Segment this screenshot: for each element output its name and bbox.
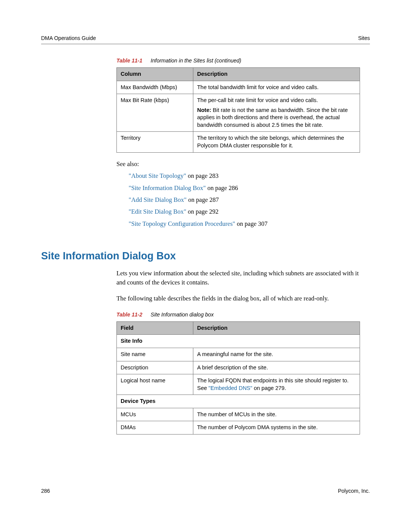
table-row: Logical host name The logical FQDN that …	[117, 374, 360, 395]
page-header: DMA Operations Guide Sites	[41, 35, 370, 45]
cell-column: Territory	[117, 132, 193, 152]
cell-field: Logical host name	[117, 374, 193, 395]
header-right: Sites	[358, 35, 370, 41]
site-info-dialog-table: Field Description Site Info Site name A …	[116, 321, 360, 435]
cell-description: The logical FQDN that endpoints in this …	[193, 374, 360, 395]
cell-field: Description	[117, 361, 193, 374]
see-also-intro: See also:	[116, 160, 360, 169]
header-left: DMA Operations Guide	[41, 35, 96, 41]
table-row: MCUs The number of MCUs in the site.	[117, 408, 360, 421]
see-also-list: "About Site Topology" on page 283 "Site …	[129, 170, 360, 230]
cell-line: The per-call bit rate limit for voice an…	[197, 97, 356, 104]
table-row: Max Bit Rate (kbps) The per-call bit rat…	[117, 94, 360, 132]
xref-suffix: on page 307	[235, 220, 268, 227]
cell-description: The total bandwidth limit for voice and …	[193, 81, 360, 94]
see-also-item: "About Site Topology" on page 283	[129, 170, 360, 182]
cell-description: The number of MCUs in the site.	[193, 408, 360, 421]
cell-column: Max Bandwidth (Mbps)	[117, 81, 193, 94]
table-row: Site name A meaningful name for the site…	[117, 348, 360, 361]
section-cell: Device Types	[117, 395, 360, 408]
table-header-description: Description	[193, 68, 360, 81]
cell-description: A brief description of the site.	[193, 361, 360, 374]
page-footer: 286 Polycom, Inc.	[41, 488, 370, 494]
company-name: Polycom, Inc.	[338, 488, 370, 494]
table-row: Description A brief description of the s…	[117, 361, 360, 374]
xref-suffix: on page 286	[206, 184, 238, 192]
cell-field: MCUs	[117, 408, 193, 421]
table-row: DMAs The number of Polycom DMA systems i…	[117, 421, 360, 435]
table-row: Max Bandwidth (Mbps) The total bandwidth…	[117, 81, 360, 94]
note-text: Bit rate is not the same as bandwidth. S…	[197, 107, 348, 128]
xref-link[interactable]: "Site Topology Configuration Procedures"	[129, 220, 235, 227]
table-11-2-caption: Table 11-2 Site Information dialog box	[116, 312, 370, 318]
table-section-row: Site Info	[117, 335, 360, 348]
table-number: Table 11-2	[116, 312, 142, 318]
cell-column: Max Bit Rate (kbps)	[117, 94, 193, 132]
table-title: Site Information dialog box	[151, 312, 214, 318]
see-also-item: "Site Topology Configuration Procedures"…	[129, 218, 360, 230]
xref-link[interactable]: "Site Information Dialog Box"	[129, 184, 206, 192]
xref-suffix: on page 283	[186, 172, 218, 179]
table-header-field: Field	[117, 321, 193, 335]
xref-link[interactable]: "Edit Site Dialog Box"	[129, 208, 186, 215]
cell-description: The number of Polycom DMA systems in the…	[193, 421, 360, 435]
cell-description: The per-call bit rate limit for voice an…	[193, 94, 360, 132]
cell-text: on page 279.	[252, 385, 286, 391]
table-row: Territory The territory to which the sit…	[117, 132, 360, 152]
section-cell: Site Info	[117, 335, 360, 348]
table-number: Table 11-1	[116, 58, 142, 64]
see-also-item: "Add Site Dialog Box" on page 287	[129, 194, 360, 206]
section-paragraph: The following table describes the fields…	[116, 294, 360, 303]
cell-description: The territory to which the site belongs,…	[193, 132, 360, 152]
table-11-1-caption: Table 11-1 Information in the Sites list…	[116, 58, 370, 64]
note-label: Note:	[197, 107, 211, 113]
table-section-row: Device Types	[117, 395, 360, 408]
xref-link[interactable]: "Add Site Dialog Box"	[129, 196, 186, 203]
table-header-column: Column	[117, 68, 193, 81]
xref-link[interactable]: "Embedded DNS"	[209, 385, 252, 391]
xref-suffix: on page 287	[186, 196, 219, 203]
page-number: 286	[41, 488, 50, 494]
table-title: Information in the Sites list (continued…	[151, 58, 241, 64]
cell-field: Site name	[117, 348, 193, 361]
cell-description: A meaningful name for the site.	[193, 348, 360, 361]
see-also-item: "Site Information Dialog Box" on page 28…	[129, 182, 360, 194]
xref-link[interactable]: "About Site Topology"	[129, 172, 186, 179]
see-also-item: "Edit Site Dialog Box" on page 292	[129, 206, 360, 217]
sites-list-table: Column Description Max Bandwidth (Mbps) …	[116, 67, 360, 153]
section-heading: Site Information Dialog Box	[41, 250, 370, 262]
table-header-description: Description	[193, 321, 360, 335]
section-paragraph: Lets you view information about the sele…	[116, 269, 360, 287]
cell-note: Note: Bit rate is not the same as bandwi…	[197, 107, 356, 129]
xref-suffix: on page 292	[186, 208, 218, 215]
cell-field: DMAs	[117, 421, 193, 435]
